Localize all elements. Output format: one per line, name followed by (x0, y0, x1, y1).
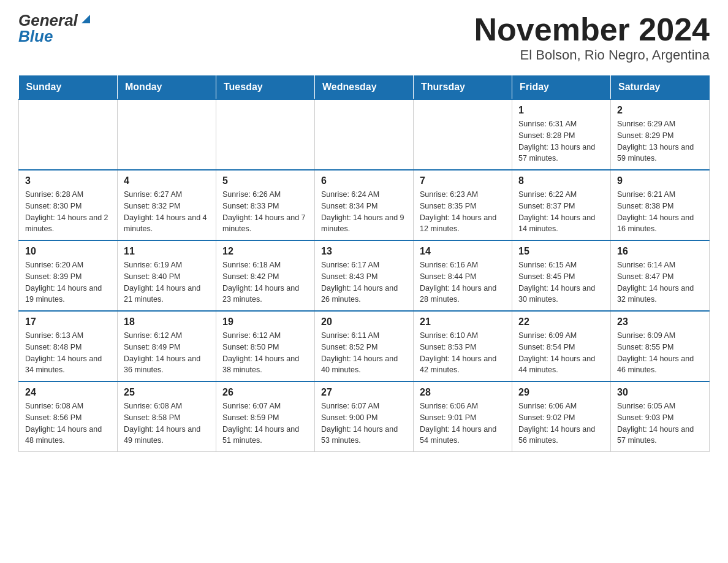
calendar-cell: 26Sunrise: 6:07 AM Sunset: 8:59 PM Dayli… (216, 381, 315, 452)
calendar-cell: 16Sunrise: 6:14 AM Sunset: 8:47 PM Dayli… (611, 240, 710, 311)
calendar-cell: 17Sunrise: 6:13 AM Sunset: 8:48 PM Dayli… (19, 311, 118, 381)
day-number: 30 (617, 387, 703, 398)
day-info: Sunrise: 6:12 AM Sunset: 8:49 PM Dayligh… (124, 330, 210, 376)
day-info: Sunrise: 6:09 AM Sunset: 8:55 PM Dayligh… (617, 330, 703, 376)
calendar-cell (414, 99, 512, 170)
day-info: Sunrise: 6:07 AM Sunset: 8:59 PM Dayligh… (222, 400, 308, 446)
calendar-cell: 5Sunrise: 6:26 AM Sunset: 8:33 PM Daylig… (216, 170, 315, 240)
day-info: Sunrise: 6:29 AM Sunset: 8:29 PM Dayligh… (617, 118, 703, 164)
day-number: 2 (617, 105, 703, 116)
day-number: 16 (617, 246, 703, 257)
day-number: 8 (518, 175, 604, 186)
day-info: Sunrise: 6:06 AM Sunset: 9:02 PM Dayligh… (518, 400, 604, 446)
day-info: Sunrise: 6:12 AM Sunset: 8:50 PM Dayligh… (222, 330, 308, 376)
day-number: 10 (25, 246, 111, 257)
day-number: 7 (420, 175, 506, 186)
day-info: Sunrise: 6:06 AM Sunset: 9:01 PM Dayligh… (420, 400, 506, 446)
calendar-cell: 21Sunrise: 6:10 AM Sunset: 8:53 PM Dayli… (414, 311, 512, 381)
calendar-week-row: 10Sunrise: 6:20 AM Sunset: 8:39 PM Dayli… (19, 240, 710, 311)
svg-marker-0 (82, 15, 90, 23)
day-number: 9 (617, 175, 703, 186)
calendar-cell: 18Sunrise: 6:12 AM Sunset: 8:49 PM Dayli… (118, 311, 216, 381)
day-info: Sunrise: 6:13 AM Sunset: 8:48 PM Dayligh… (25, 330, 111, 376)
day-info: Sunrise: 6:11 AM Sunset: 8:52 PM Dayligh… (321, 330, 407, 376)
column-header-tuesday: Tuesday (216, 75, 315, 99)
day-info: Sunrise: 6:15 AM Sunset: 8:45 PM Dayligh… (518, 259, 604, 305)
day-number: 23 (617, 316, 703, 327)
day-number: 4 (124, 175, 210, 186)
page-title: November 2024 (474, 12, 710, 47)
day-number: 14 (420, 246, 506, 257)
day-number: 13 (321, 246, 407, 257)
day-number: 15 (518, 246, 604, 257)
day-info: Sunrise: 6:23 AM Sunset: 8:35 PM Dayligh… (420, 189, 506, 235)
calendar-cell: 15Sunrise: 6:15 AM Sunset: 8:45 PM Dayli… (512, 240, 611, 311)
day-number: 22 (518, 316, 604, 327)
logo-text: General Blue (18, 12, 93, 44)
day-number: 29 (518, 387, 604, 398)
day-number: 24 (25, 387, 111, 398)
day-info: Sunrise: 6:14 AM Sunset: 8:47 PM Dayligh… (617, 259, 703, 305)
day-number: 12 (222, 246, 308, 257)
day-info: Sunrise: 6:07 AM Sunset: 9:00 PM Dayligh… (321, 400, 407, 446)
calendar-week-row: 24Sunrise: 6:08 AM Sunset: 8:56 PM Dayli… (19, 381, 710, 452)
calendar-cell (19, 99, 118, 170)
day-number: 3 (25, 175, 111, 186)
day-number: 18 (124, 316, 210, 327)
column-header-sunday: Sunday (19, 75, 118, 99)
calendar-cell: 29Sunrise: 6:06 AM Sunset: 9:02 PM Dayli… (512, 381, 611, 452)
calendar-header-row: SundayMondayTuesdayWednesdayThursdayFrid… (19, 75, 710, 99)
calendar-cell: 25Sunrise: 6:08 AM Sunset: 8:58 PM Dayli… (118, 381, 216, 452)
day-info: Sunrise: 6:05 AM Sunset: 9:03 PM Dayligh… (617, 400, 703, 446)
calendar-cell: 4Sunrise: 6:27 AM Sunset: 8:32 PM Daylig… (118, 170, 216, 240)
title-area: November 2024 El Bolson, Rio Negro, Arge… (474, 12, 710, 63)
day-info: Sunrise: 6:31 AM Sunset: 8:28 PM Dayligh… (518, 118, 604, 164)
logo-blue: Blue (18, 28, 93, 44)
calendar-cell: 27Sunrise: 6:07 AM Sunset: 9:00 PM Dayli… (315, 381, 414, 452)
page-subtitle: El Bolson, Rio Negro, Argentina (474, 47, 710, 63)
calendar-cell: 28Sunrise: 6:06 AM Sunset: 9:01 PM Dayli… (414, 381, 512, 452)
day-number: 28 (420, 387, 506, 398)
column-header-wednesday: Wednesday (315, 75, 414, 99)
day-info: Sunrise: 6:20 AM Sunset: 8:39 PM Dayligh… (25, 259, 111, 305)
column-header-saturday: Saturday (611, 75, 710, 99)
calendar-cell (216, 99, 315, 170)
day-info: Sunrise: 6:10 AM Sunset: 8:53 PM Dayligh… (420, 330, 506, 376)
logo-general: General (18, 12, 78, 28)
day-info: Sunrise: 6:27 AM Sunset: 8:32 PM Dayligh… (124, 189, 210, 235)
day-number: 21 (420, 316, 506, 327)
column-header-thursday: Thursday (414, 75, 512, 99)
calendar-cell: 9Sunrise: 6:21 AM Sunset: 8:38 PM Daylig… (611, 170, 710, 240)
calendar-cell (315, 99, 414, 170)
day-number: 6 (321, 175, 407, 186)
day-info: Sunrise: 6:16 AM Sunset: 8:44 PM Dayligh… (420, 259, 506, 305)
day-info: Sunrise: 6:09 AM Sunset: 8:54 PM Dayligh… (518, 330, 604, 376)
day-info: Sunrise: 6:24 AM Sunset: 8:34 PM Dayligh… (321, 189, 407, 235)
calendar-cell: 6Sunrise: 6:24 AM Sunset: 8:34 PM Daylig… (315, 170, 414, 240)
calendar-cell: 10Sunrise: 6:20 AM Sunset: 8:39 PM Dayli… (19, 240, 118, 311)
day-number: 25 (124, 387, 210, 398)
calendar-cell: 19Sunrise: 6:12 AM Sunset: 8:50 PM Dayli… (216, 311, 315, 381)
calendar-cell: 30Sunrise: 6:05 AM Sunset: 9:03 PM Dayli… (611, 381, 710, 452)
calendar-cell: 13Sunrise: 6:17 AM Sunset: 8:43 PM Dayli… (315, 240, 414, 311)
column-header-friday: Friday (512, 75, 611, 99)
calendar-cell: 8Sunrise: 6:22 AM Sunset: 8:37 PM Daylig… (512, 170, 611, 240)
day-info: Sunrise: 6:18 AM Sunset: 8:42 PM Dayligh… (222, 259, 308, 305)
calendar-cell: 23Sunrise: 6:09 AM Sunset: 8:55 PM Dayli… (611, 311, 710, 381)
calendar-cell: 11Sunrise: 6:19 AM Sunset: 8:40 PM Dayli… (118, 240, 216, 311)
logo-triangle-icon (79, 12, 93, 26)
calendar-cell: 20Sunrise: 6:11 AM Sunset: 8:52 PM Dayli… (315, 311, 414, 381)
calendar-cell: 22Sunrise: 6:09 AM Sunset: 8:54 PM Dayli… (512, 311, 611, 381)
day-number: 5 (222, 175, 308, 186)
calendar-cell: 2Sunrise: 6:29 AM Sunset: 8:29 PM Daylig… (611, 99, 710, 170)
calendar-cell: 1Sunrise: 6:31 AM Sunset: 8:28 PM Daylig… (512, 99, 611, 170)
calendar-cell: 3Sunrise: 6:28 AM Sunset: 8:30 PM Daylig… (19, 170, 118, 240)
calendar-cell: 24Sunrise: 6:08 AM Sunset: 8:56 PM Dayli… (19, 381, 118, 452)
calendar-table: SundayMondayTuesdayWednesdayThursdayFrid… (18, 75, 710, 452)
day-number: 1 (518, 105, 604, 116)
column-header-monday: Monday (118, 75, 216, 99)
day-info: Sunrise: 6:08 AM Sunset: 8:56 PM Dayligh… (25, 400, 111, 446)
logo: General Blue (18, 12, 93, 44)
day-number: 20 (321, 316, 407, 327)
page-header: General Blue November 2024 El Bolson, Ri… (18, 12, 710, 63)
